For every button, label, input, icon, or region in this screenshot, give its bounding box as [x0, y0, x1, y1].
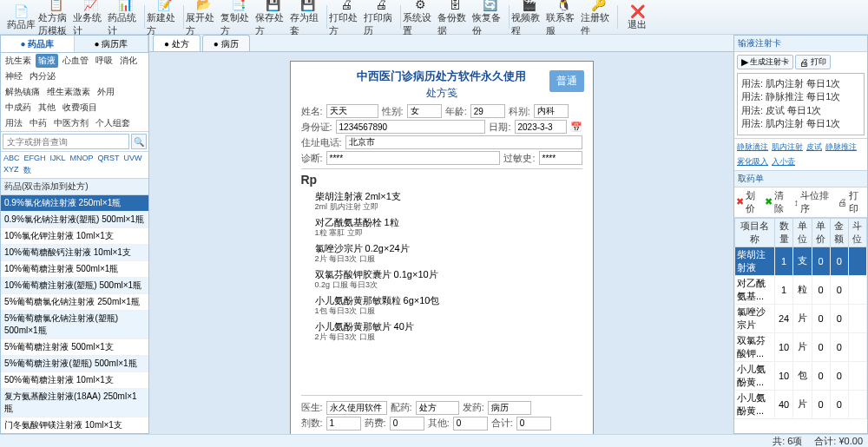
link-静脉滴注[interactable]: 静脉滴注	[737, 141, 768, 153]
med-btn-清除[interactable]: ✖清除	[765, 189, 791, 215]
center-tab-处方[interactable]: ● 处方	[153, 35, 201, 51]
search-input[interactable]	[3, 134, 129, 149]
toolbar-复制处方[interactable]: 📑复制处方	[220, 2, 255, 33]
category-消化[interactable]: 消化	[117, 54, 140, 68]
med-col-斗位[interactable]: 斗位	[848, 218, 866, 247]
category-外用[interactable]: 外用	[95, 85, 117, 99]
toolbar-系统设置[interactable]: ⚙系统设置	[403, 2, 437, 33]
med-btn-打印[interactable]: 🖨打印	[838, 189, 865, 215]
field-age[interactable]: 29	[470, 104, 505, 118]
drug-item[interactable]: 50%葡萄糖注射液 10ml×1支	[1, 372, 148, 389]
field-dept[interactable]: 内科	[534, 104, 569, 118]
field-tel[interactable]: 北京市	[345, 135, 582, 149]
category-呼吸[interactable]: 呼吸	[93, 54, 115, 68]
med-col-数量[interactable]: 数量	[774, 218, 793, 247]
field-other[interactable]: 0	[453, 417, 488, 431]
category-解热镇痛[interactable]: 解热镇痛	[3, 85, 43, 99]
category-维生素激素[interactable]: 维生素激素	[44, 85, 93, 99]
drug-item[interactable]: 5%葡萄糖注射液(塑瓶) 500ml×1瓶	[1, 356, 148, 372]
rx-medication[interactable]: 小儿氨酚黄那敏颗粒 6g×10包1包 每日3次 口服	[315, 294, 582, 317]
drug-item[interactable]: 10%葡萄糖酸钙注射液 10ml×1支	[1, 245, 148, 261]
category-其他[interactable]: 其他	[36, 101, 58, 115]
category-抗生素[interactable]: 抗生素	[3, 54, 34, 68]
med-row[interactable]: 小儿氨酚黄...40片00	[735, 390, 867, 418]
rx-medication[interactable]: 对乙酰氨基酚栓 1粒1粒 塞肛 立即	[315, 216, 582, 239]
field-doses[interactable]: 1	[326, 417, 361, 431]
rx-medication[interactable]: 柴胡注射液 2ml×1支2ml 肌内注射 立即	[315, 190, 582, 213]
rx-medication[interactable]: 双氯芬酸钾胶囊片 0.1g×10片0.2g 口服 每日3次	[315, 268, 582, 291]
inject-btn-生成注射卡[interactable]: ▶生成注射卡	[737, 55, 793, 69]
left-tab-药品库[interactable]: ● 药品库	[1, 36, 75, 52]
med-btn-划价[interactable]: ✖划价	[736, 189, 762, 215]
toolbar-视频教程[interactable]: 🎬视频教程	[511, 2, 546, 33]
drug-item[interactable]: 0.9%氯化钠注射液(塑瓶) 500ml×1瓶	[1, 212, 148, 228]
alpha-XYZ[interactable]: XYZ	[2, 164, 21, 177]
link-静脉推注[interactable]: 静脉推注	[825, 141, 857, 153]
toolbar-联系客服[interactable]: 🐧联系客服	[546, 2, 581, 33]
alpha-数[interactable]: 数	[22, 164, 33, 177]
category-用法[interactable]: 用法	[3, 116, 25, 130]
link-皮试[interactable]: 皮试	[806, 141, 822, 153]
toolbar-恢复备份[interactable]: 🔄恢复备份	[472, 2, 507, 33]
toolbar-展开处方[interactable]: 📂展开处方	[186, 2, 220, 33]
alpha-ABC[interactable]: ABC	[2, 153, 22, 163]
category-中成药[interactable]: 中成药	[3, 101, 34, 115]
toolbar-存为组套[interactable]: 💾存为组套	[290, 2, 325, 33]
search-button[interactable]: 🔍	[131, 134, 147, 149]
alpha-QRST[interactable]: QRST	[96, 153, 122, 163]
field-history[interactable]: 病历	[488, 401, 531, 415]
category-输液[interactable]: 输液	[36, 54, 58, 68]
field-allergy[interactable]: ****	[539, 151, 582, 165]
rx-medication[interactable]: 氯唑沙宗片 0.2g×24片2片 每日3次 口服	[315, 242, 582, 265]
med-row[interactable]: 氯唑沙宗片24片00	[735, 304, 867, 332]
med-btn-斗位排序[interactable]: ↕斗位排序	[794, 189, 835, 215]
med-row[interactable]: 小儿氨酚黄...10包00	[735, 361, 867, 390]
drug-item[interactable]: 5%葡萄糖氯化钠注射液(塑瓶) 500ml×1瓶	[1, 311, 148, 339]
link-雾化吸入[interactable]: 雾化吸入	[737, 156, 768, 168]
field-name[interactable]: 天天	[326, 104, 378, 118]
category-中药[interactable]: 中药	[27, 116, 49, 130]
field-date[interactable]: 2023-3-3	[515, 120, 567, 134]
date-picker-icon[interactable]: 📅	[570, 122, 582, 133]
toolbar-新建处方[interactable]: 📝新建处方	[147, 2, 181, 33]
category-个人组套[interactable]: 个人组套	[93, 116, 133, 130]
inject-btn-打印[interactable]: 🖨打印	[795, 55, 831, 69]
link-肌内注射[interactable]: 肌内注射	[772, 141, 803, 153]
toolbar-备份数据[interactable]: 🗄备份数据	[437, 2, 472, 33]
link-入小壶[interactable]: 入小壶	[772, 156, 795, 168]
toolbar-注册软件[interactable]: 🔑注册软件	[581, 2, 615, 33]
drug-list[interactable]: 0.9%氯化钠注射液 250ml×1瓶0.9%氯化钠注射液(塑瓶) 500ml×…	[1, 195, 148, 433]
drug-item[interactable]: 10%葡萄糖注射液(塑瓶) 500ml×1瓶	[1, 278, 148, 294]
drug-item[interactable]: 10%氯化钾注射液 10ml×1支	[1, 228, 148, 245]
category-内分泌[interactable]: 内分泌	[27, 69, 58, 83]
toolbar-处方病历模板[interactable]: 📋处方病历模板	[38, 2, 73, 33]
drug-item[interactable]: 10%葡萄糖注射液 500ml×1瓶	[1, 261, 148, 278]
toolbar-打印处方[interactable]: 🖨打印处方	[329, 2, 364, 33]
drug-item[interactable]: 0.9%氯化钠注射液 250ml×1瓶	[1, 195, 148, 212]
toolbar-业务统计[interactable]: 📈业务统计	[73, 2, 108, 33]
med-col-单价[interactable]: 单价	[812, 218, 830, 247]
left-tab-病历库[interactable]: ● 病历库	[75, 36, 148, 52]
med-row[interactable]: 对乙酰氨基...1粒00	[735, 275, 867, 304]
field-id[interactable]: 1234567890	[336, 120, 486, 134]
med-row[interactable]: 双氯芬酸钾...10片00	[735, 332, 867, 361]
field-diagnosis[interactable]: ****	[326, 151, 501, 165]
toolbar-药品库[interactable]: 📄药品库	[3, 2, 38, 33]
drug-item[interactable]: 门冬氨酸钾镁注射液 10ml×1支	[1, 417, 148, 433]
med-col-金额[interactable]: 金额	[830, 218, 848, 247]
drug-item[interactable]: 复方氨基酸注射液(18AA) 250ml×1瓶	[1, 389, 148, 417]
drug-item[interactable]: 5%葡萄糖注射液 500ml×1支	[1, 339, 148, 356]
category-心血管[interactable]: 心血管	[60, 54, 91, 68]
rx-medication[interactable]: 小儿氨酚黄那敏片 40片2片 每日3次 口服	[315, 320, 582, 343]
alpha-EFGH[interactable]: EFGH	[23, 153, 48, 163]
field-doctor[interactable]: 永久使用软件	[326, 401, 387, 415]
med-col-项目名称[interactable]: 项目名称	[735, 218, 775, 247]
alpha-UVW[interactable]: UVW	[122, 153, 144, 163]
drug-item[interactable]: 5%葡萄糖氯化钠注射液 250ml×1瓶	[1, 294, 148, 311]
toolbar-保存处方[interactable]: 💾保存处方	[255, 2, 290, 33]
category-收费项目[interactable]: 收费项目	[60, 101, 100, 115]
alpha-MNOP[interactable]: MNOP	[69, 153, 95, 163]
alpha-IJKL[interactable]: IJKL	[49, 153, 68, 163]
center-tab-病历[interactable]: ● 病历	[202, 35, 250, 51]
toolbar-打印病历[interactable]: 🖨打印病历	[364, 2, 398, 33]
